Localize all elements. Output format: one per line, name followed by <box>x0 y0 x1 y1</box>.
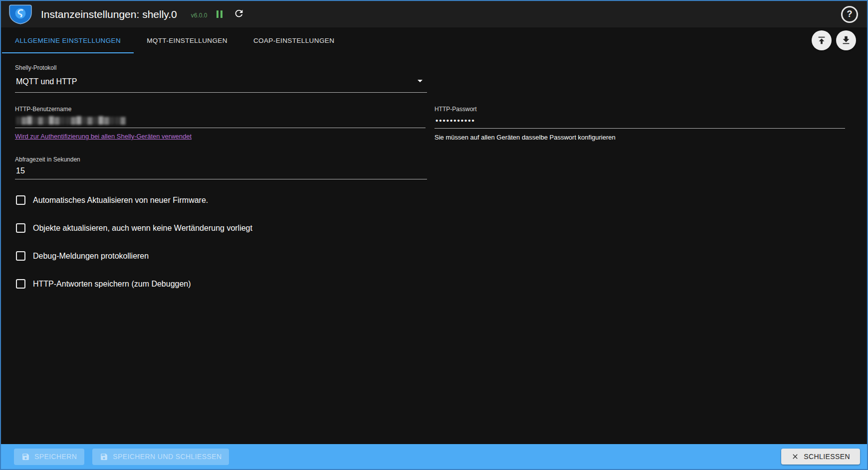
tab-coap-settings[interactable]: COAP-EINSTELLUNGEN <box>240 27 347 53</box>
checkbox-label: Debug-Meldungen protokollieren <box>33 252 149 261</box>
settings-file-actions <box>812 27 867 53</box>
shelly-logo-icon <box>9 4 32 25</box>
reload-instance-button[interactable] <box>231 6 246 22</box>
poll-interval-input[interactable]: 15 <box>15 165 427 179</box>
save-button[interactable]: SPEICHERN <box>14 449 84 465</box>
download-settings-button[interactable] <box>836 30 856 50</box>
close-icon <box>791 453 799 461</box>
save-button-label: SPEICHERN <box>34 453 77 461</box>
upload-icon <box>816 35 827 46</box>
checkbox-update-unchanged-objects[interactable]: Objekte aktualisieren, auch wenn keine W… <box>15 223 845 233</box>
close-button[interactable]: SCHLIESSEN <box>781 449 860 465</box>
upload-settings-button[interactable] <box>812 30 832 50</box>
poll-interval-label: Abfragezeit in Sekunden <box>15 156 427 163</box>
pause-icon <box>217 10 222 18</box>
page-title: Instanzeinstellungen: shelly.0 <box>41 8 177 20</box>
close-button-label: SCHLIESSEN <box>804 453 850 461</box>
username-input[interactable]: ▒▓█▒▓▒█▓▒▒▓█▒▓▒█▓▒▒▓ <box>15 115 426 128</box>
checkbox-label: Automatisches Aktualisieren von neuer Fi… <box>33 196 208 205</box>
app-bar: Instanzeinstellungen: shelly.0 v6.0.0 ? <box>1 1 867 27</box>
version-badge: v6.0.0 <box>191 12 208 19</box>
auth-hint-link[interactable]: Wird zur Authentifizierung bei allen She… <box>15 133 192 140</box>
protocol-label: Shelly-Protokoll <box>15 64 427 71</box>
checkbox-icon[interactable] <box>16 223 25 233</box>
password-hint: Sie müssen auf allen Geräten dasselbe Pa… <box>434 134 845 141</box>
checkbox-log-debug[interactable]: Debug-Meldungen protokollieren <box>15 251 845 261</box>
password-masked-value: ••••••••••• <box>435 116 475 125</box>
checkbox-label: Objekte aktualisieren, auch wenn keine W… <box>33 224 252 233</box>
save-and-close-button[interactable]: SPEICHERN UND SCHLIESSEN <box>92 449 229 465</box>
chevron-down-icon <box>414 75 426 89</box>
pause-instance-button[interactable] <box>215 8 224 20</box>
password-field: HTTP-Passwort ••••••••••• Sie müssen auf… <box>434 106 845 141</box>
save-icon <box>100 453 108 461</box>
help-button[interactable]: ? <box>841 6 858 23</box>
save-and-close-button-label: SPEICHERN UND SCHLIESSEN <box>113 453 221 461</box>
checkbox-icon[interactable] <box>16 279 25 289</box>
tab-bar: ALLGEMEINE EINSTELLUNGEN MQTT-EINSTELLUN… <box>1 27 867 53</box>
username-value-redacted: ▒▓█▒▓▒█▓▒▒▓█▒▓▒█▓▒▒▓ <box>16 116 126 124</box>
checkbox-icon[interactable] <box>16 251 25 261</box>
username-label: HTTP-Benutzername <box>15 106 426 113</box>
protocol-selected-value: MQTT und HTTP <box>16 77 77 86</box>
settings-form: Shelly-Protokoll MQTT und HTTP HTTP-Benu… <box>1 53 867 444</box>
checkbox-icon[interactable] <box>16 195 25 205</box>
download-icon <box>841 35 852 46</box>
protocol-select[interactable]: MQTT und HTTP <box>15 74 427 93</box>
tab-general-settings[interactable]: ALLGEMEINE EINSTELLUNGEN <box>2 27 134 53</box>
password-label: HTTP-Passwort <box>434 106 845 113</box>
options-checkbox-list: Automatisches Aktualisieren von neuer Fi… <box>15 195 845 289</box>
save-icon <box>21 453 30 461</box>
username-field: HTTP-Benutzername ▒▓█▒▓▒█▓▒▒▓█▒▓▒█▓▒▒▓ W… <box>15 106 426 141</box>
checkbox-auto-firmware-update[interactable]: Automatisches Aktualisieren von neuer Fi… <box>15 195 845 205</box>
credentials-row: HTTP-Benutzername ▒▓█▒▓▒█▓▒▒▓█▒▓▒█▓▒▒▓ W… <box>15 106 845 141</box>
password-input[interactable]: ••••••••••• <box>434 115 845 129</box>
instance-settings-dialog: Instanzeinstellungen: shelly.0 v6.0.0 ? … <box>0 0 868 470</box>
poll-interval-value: 15 <box>16 166 25 175</box>
protocol-field: Shelly-Protokoll MQTT und HTTP <box>15 64 427 93</box>
checkbox-save-http-responses[interactable]: HTTP-Antworten speichern (zum Debuggen) <box>15 279 845 289</box>
poll-interval-field: Abfragezeit in Sekunden 15 <box>15 156 427 179</box>
footer-toolbar: SPEICHERN SPEICHERN UND SCHLIESSEN SCHLI… <box>1 444 867 469</box>
refresh-icon <box>233 8 244 20</box>
checkbox-label: HTTP-Antworten speichern (zum Debuggen) <box>33 280 191 289</box>
tab-mqtt-settings[interactable]: MQTT-EINSTELLUNGEN <box>134 27 240 53</box>
